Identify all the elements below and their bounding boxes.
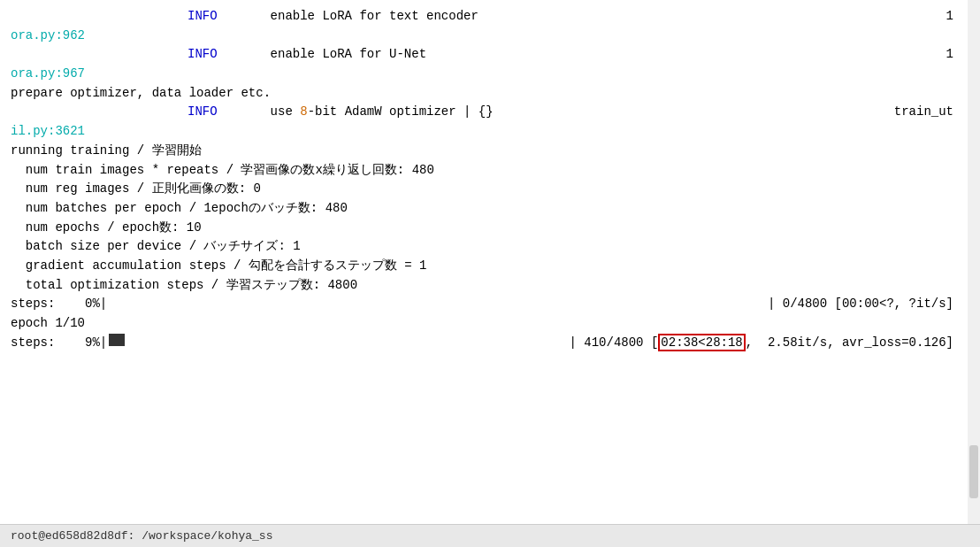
info-keyword-1: INFO <box>188 7 218 27</box>
log-line-1: INFO enable LoRA for text encoder 1 <box>11 7 969 27</box>
progress-block-18 <box>109 334 125 346</box>
log-line-13: batch size per device / バッチサイズ: 1 <box>11 237 969 257</box>
steps-right-18: | 410/4800 [02:38<28:18, 2.58it/s, avr_l… <box>570 334 954 353</box>
scrollbar[interactable] <box>968 0 980 524</box>
log-text-5: prepare optimizer, data loader etc. <box>11 84 271 104</box>
file-ref-2: ora.py:962 <box>11 27 85 46</box>
right-label-3: 1 <box>946 45 953 65</box>
log-line-2: ora.py:962 <box>11 27 969 46</box>
log-line-9: num train images * repeats / 学習画像の数x繰り返し… <box>11 161 969 181</box>
right-label-1: 1 <box>946 7 953 27</box>
steps-label-18: steps: 9%| <box>11 334 107 353</box>
footer-text: root@ed658d82d8df: /workspace/kohya_ss <box>11 529 272 543</box>
log-line-6: INFO use 8-bit AdamW optimizer | {} trai… <box>11 103 969 122</box>
log-text-8: running training / 学習開始 <box>11 142 202 161</box>
scrollbar-thumb[interactable] <box>969 445 978 498</box>
log-message-6b: 8 <box>300 103 307 122</box>
log-message-6c: -bit AdamW optimizer | {} <box>308 103 494 122</box>
log-line-14: gradient accumulation steps / 勾配を合計するステッ… <box>11 257 969 276</box>
log-line-12: num epochs / epoch数: 10 <box>11 219 969 238</box>
info-keyword-6: INFO <box>188 103 218 122</box>
log-text-15: total optimization steps / 学習ステップ数: 4800 <box>11 276 357 296</box>
log-text-14: gradient accumulation steps / 勾配を合計するステッ… <box>11 257 426 276</box>
log-text-9: num train images * repeats / 学習画像の数x繰り返し… <box>11 161 434 181</box>
log-line-10: num reg images / 正則化画像の数: 0 <box>11 180 969 199</box>
steps-label-16: steps: 0%| <box>11 295 107 314</box>
log-message-3: enable LoRA for U-Net <box>271 45 426 65</box>
steps-right-16: | 0/4800 [00:00<?, ?it/s] <box>768 295 953 314</box>
right-label-6: train_ut <box>894 103 953 122</box>
log-text-11: num batches per epoch / 1epochのバッチ数: 480 <box>11 199 348 219</box>
terminal-content: INFO enable LoRA for text encoder 1 ora.… <box>0 0 980 524</box>
time-highlight: 02:38<28:18 <box>658 334 745 351</box>
terminal-footer: root@ed658d82d8df: /workspace/kohya_ss <box>0 524 980 547</box>
log-text-10: num reg images / 正則化画像の数: 0 <box>11 180 261 199</box>
log-text-12: num epochs / epoch数: 10 <box>11 219 202 238</box>
log-line-16: steps: 0%| | 0/4800 [00:00<?, ?it/s] <box>11 295 969 314</box>
log-text-13: batch size per device / バッチサイズ: 1 <box>11 237 301 257</box>
log-line-17: epoch 1/10 <box>11 314 969 334</box>
log-line-7: il.py:3621 <box>11 122 969 142</box>
log-line-8: running training / 学習開始 <box>11 142 969 161</box>
log-text-17: epoch 1/10 <box>11 314 85 334</box>
log-message-6a: use <box>271 103 301 122</box>
log-line-5: prepare optimizer, data loader etc. <box>11 84 969 104</box>
file-ref-4: ora.py:967 <box>11 65 85 84</box>
log-line-15: total optimization steps / 学習ステップ数: 4800 <box>11 276 969 296</box>
log-line-4: ora.py:967 <box>11 65 969 84</box>
terminal-container: INFO enable LoRA for text encoder 1 ora.… <box>0 0 980 547</box>
file-ref-7: il.py:3621 <box>11 122 85 142</box>
log-line-11: num batches per epoch / 1epochのバッチ数: 480 <box>11 199 969 219</box>
info-keyword-3: INFO <box>188 45 218 65</box>
log-line-18: steps: 9%| | 410/4800 [02:38<28:18, 2.58… <box>11 334 969 353</box>
log-message-1: enable LoRA for text encoder <box>271 7 479 27</box>
log-line-3: INFO enable LoRA for U-Net 1 <box>11 45 969 65</box>
